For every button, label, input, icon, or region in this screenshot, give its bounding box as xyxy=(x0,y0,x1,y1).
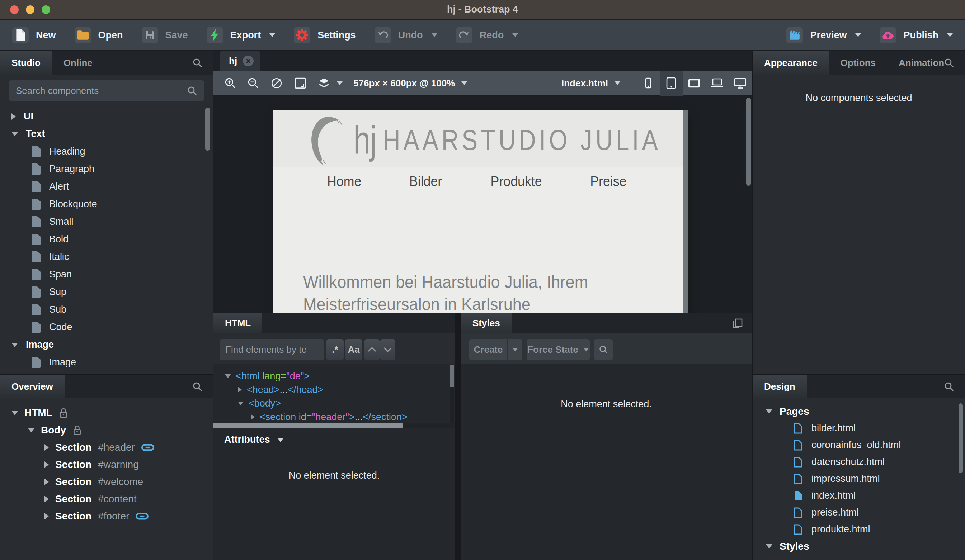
split-view-icon[interactable] xyxy=(731,318,744,330)
code-node-section-header[interactable]: <section id="header">...</section> xyxy=(251,410,407,424)
zoom-in-icon[interactable] xyxy=(224,77,236,89)
attributes-header[interactable]: Attributes xyxy=(224,434,284,445)
create-style-dropdown[interactable] xyxy=(508,339,522,360)
component-group-text[interactable]: Text xyxy=(0,125,206,143)
nav-link-produkte[interactable]: Produkte xyxy=(491,174,542,189)
find-next-button[interactable] xyxy=(380,339,395,360)
nav-link-home[interactable]: Home xyxy=(327,174,361,189)
page-item-impressum[interactable]: impressum.html xyxy=(752,470,959,487)
nav-link-preise[interactable]: Preise xyxy=(590,174,626,189)
page-item-index-active[interactable]: index.html xyxy=(752,487,959,504)
redo-button[interactable]: Redo xyxy=(456,27,518,43)
search-components-input[interactable] xyxy=(16,85,186,96)
device-desktop-button[interactable] xyxy=(729,71,752,96)
overview-node-body[interactable]: Body xyxy=(0,421,213,439)
export-dropdown-caret[interactable] xyxy=(270,33,275,37)
layers-dropdown-caret[interactable] xyxy=(337,82,343,85)
overview-node-section-header[interactable]: Section #header xyxy=(0,439,213,456)
component-item-paragraph[interactable]: Paragraph xyxy=(0,160,206,178)
component-item-sub[interactable]: Sub xyxy=(0,301,206,318)
design-scrollbar-thumb[interactable] xyxy=(958,403,963,473)
tab-studio[interactable]: Studio xyxy=(0,51,52,75)
force-state-button[interactable]: Force State xyxy=(527,339,590,360)
layers-control[interactable] xyxy=(317,77,343,90)
code-node-html[interactable]: <html lang="de"> xyxy=(225,369,309,383)
open-button[interactable]: Open xyxy=(75,27,123,43)
nav-link-bilder[interactable]: Bilder xyxy=(409,174,442,189)
styles-search-button[interactable] xyxy=(594,339,613,360)
overview-node-html[interactable]: HTML xyxy=(0,405,213,421)
components-scrollbar-thumb[interactable] xyxy=(205,108,210,150)
page-selector[interactable]: index.html xyxy=(561,78,620,89)
undo-button[interactable]: Undo xyxy=(375,27,437,43)
viewport-size-control[interactable]: 576px × 600px @ 100% xyxy=(353,78,467,89)
case-sensitive-toggle-button[interactable]: Aa xyxy=(345,339,362,360)
tab-html[interactable]: HTML xyxy=(213,313,262,333)
new-button[interactable]: New xyxy=(12,27,56,43)
component-item-small[interactable]: Small xyxy=(0,213,206,230)
device-phone-button[interactable] xyxy=(637,71,660,96)
inspector-search-icon[interactable] xyxy=(944,57,954,68)
page-item-coronainfos-old[interactable]: coronainfos_old.html xyxy=(752,437,959,454)
components-search-icon[interactable] xyxy=(192,57,203,68)
code-scrollbar-thumb[interactable] xyxy=(450,365,454,387)
zoom-window-button[interactable] xyxy=(42,5,50,14)
device-laptop-button[interactable] xyxy=(706,71,729,96)
design-group-styles[interactable]: Styles xyxy=(752,538,959,555)
component-group-ui[interactable]: UI xyxy=(0,108,206,125)
fit-screen-icon[interactable] xyxy=(294,77,307,90)
code-node-body[interactable]: <body> xyxy=(238,397,281,410)
publish-button[interactable]: Publish xyxy=(880,27,953,43)
close-tab-icon[interactable]: × xyxy=(243,56,254,66)
settings-button[interactable]: Settings xyxy=(294,27,356,43)
component-group-image[interactable]: Image xyxy=(0,336,206,354)
component-item-italic[interactable]: Italic xyxy=(0,248,206,266)
tab-overview[interactable]: Overview xyxy=(0,375,65,398)
regex-toggle-button[interactable]: .* xyxy=(326,339,343,360)
component-item-code[interactable]: Code xyxy=(0,318,206,336)
zoom-out-icon[interactable] xyxy=(247,77,259,89)
page-item-produkte[interactable]: produkte.html xyxy=(752,521,959,538)
overview-node-section-warning[interactable]: Section #warning xyxy=(0,456,213,473)
find-previous-button[interactable] xyxy=(365,339,379,360)
tab-options[interactable]: Options xyxy=(829,51,887,75)
publish-dropdown-caret[interactable] xyxy=(947,33,953,37)
component-item-bold[interactable]: Bold xyxy=(0,230,206,248)
create-style-button[interactable]: Create xyxy=(469,339,507,360)
component-item-span[interactable]: Span xyxy=(0,266,206,283)
save-button[interactable]: Save xyxy=(142,27,188,43)
code-hscrollbar-thumb[interactable] xyxy=(213,423,403,428)
close-window-button[interactable] xyxy=(10,5,19,14)
rotate-viewport-icon[interactable] xyxy=(270,77,283,90)
page-preview-scrollbar[interactable] xyxy=(683,110,689,313)
export-button[interactable]: Export xyxy=(207,27,275,43)
device-tablet-landscape-button[interactable] xyxy=(683,71,706,96)
tab-appearance[interactable]: Appearance xyxy=(752,51,829,75)
page-preview[interactable]: hj HAARSTUDIO JULIA Home Bilder Produkte… xyxy=(273,110,683,313)
preview-button[interactable]: Preview xyxy=(786,27,861,43)
tab-design[interactable]: Design xyxy=(752,375,807,398)
preview-dropdown-caret[interactable] xyxy=(855,33,861,37)
component-item-image[interactable]: Image xyxy=(0,354,206,371)
document-tab-hj[interactable]: hj × xyxy=(219,51,260,71)
find-elements-input[interactable] xyxy=(225,344,319,355)
page-item-bilder[interactable]: bilder.html xyxy=(752,420,959,437)
site-logo[interactable]: hj HAARSTUDIO JULIA xyxy=(307,113,661,167)
tab-online[interactable]: Online xyxy=(52,51,104,75)
overview-node-section-welcome[interactable]: Section #welcome xyxy=(0,473,213,490)
undo-dropdown-caret[interactable] xyxy=(432,33,437,37)
component-item-blockquote[interactable]: Blockquote xyxy=(0,195,206,213)
component-item-alert[interactable]: Alert xyxy=(0,178,206,195)
canvas-scrollbar-thumb[interactable] xyxy=(746,98,751,186)
code-node-head[interactable]: <head>...</head> xyxy=(238,383,323,397)
design-search-icon[interactable] xyxy=(944,381,954,392)
overview-node-section-footer[interactable]: Section #footer xyxy=(0,508,213,525)
redo-dropdown-caret[interactable] xyxy=(512,33,518,37)
design-group-pages[interactable]: Pages xyxy=(752,403,959,420)
component-item-heading[interactable]: Heading xyxy=(0,143,206,160)
device-tablet-button[interactable] xyxy=(660,71,683,96)
page-item-datenschutz[interactable]: datenschutz.html xyxy=(752,454,959,470)
page-item-preise[interactable]: preise.html xyxy=(752,504,959,521)
component-item-sup[interactable]: Sup xyxy=(0,283,206,301)
overview-search-icon[interactable] xyxy=(192,381,203,392)
